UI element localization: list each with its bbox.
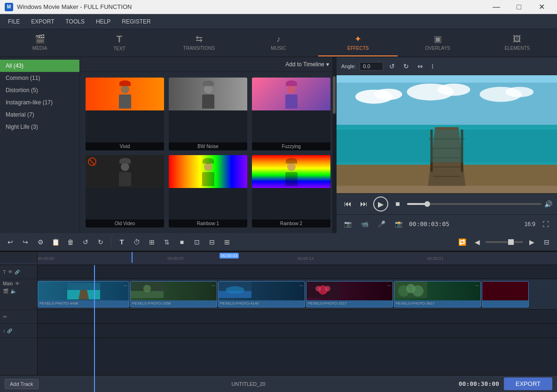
zoom-handle[interactable]	[508, 239, 514, 245]
video-record-button[interactable]: 📹	[358, 218, 371, 231]
effect-fuzzying[interactable]: Fuzzying	[252, 78, 330, 150]
rotate-ccw-button[interactable]: ↺	[79, 235, 92, 249]
delete-button[interactable]: 🗑	[64, 235, 77, 249]
clip-2-menu[interactable]: ···	[212, 283, 215, 288]
eye-icon[interactable]: 👁	[8, 269, 13, 274]
effects-scrollbar[interactable]	[332, 57, 336, 233]
sidebar-item-all[interactable]: All (43)	[0, 60, 79, 72]
tab-transitions[interactable]: ⇆ TRANSITIONS	[159, 29, 239, 56]
skip-to-start-button[interactable]: ⏮	[341, 197, 354, 211]
export-button[interactable]: EXPORT	[504, 377, 552, 390]
clip-5-menu[interactable]: ···	[475, 283, 479, 288]
rotate-cw-button[interactable]: ↻	[94, 235, 107, 249]
more-options-button[interactable]: ⁞	[429, 61, 436, 71]
timer-button[interactable]: ⏱	[130, 235, 143, 249]
fit-button[interactable]: ⊟	[540, 235, 553, 249]
tab-effects[interactable]: ✦ EFFECTS	[318, 29, 398, 56]
sidebar-item-nightlife[interactable]: Night Life (3)	[0, 121, 79, 133]
effect-vivid[interactable]: Vivid	[86, 78, 164, 150]
minimize-button[interactable]: —	[486, 0, 507, 14]
zoom-out-button[interactable]: ◀	[471, 235, 484, 249]
preview-toolbar: Angle: ↺ ↻ ⇔ ⁞	[337, 57, 557, 75]
stop-button[interactable]: ■	[391, 197, 404, 211]
tab-music[interactable]: ♪ MUSIC	[239, 29, 318, 56]
tab-elements[interactable]: 🖼 ELEMENTS	[478, 29, 557, 56]
crop-button[interactable]: ⊡	[190, 235, 204, 249]
progress-bar[interactable]	[407, 203, 541, 205]
audio-link-icon[interactable]: 🔗	[7, 329, 12, 333]
sidebar-item-common[interactable]: Common (11)	[0, 72, 79, 84]
step-back-button[interactable]: ⏭	[357, 197, 370, 211]
tab-media[interactable]: 🎬 MEDIA	[0, 29, 79, 56]
layout-button[interactable]: ⊞	[145, 235, 158, 249]
timeline-clip-5[interactable]: ··· PEXELS-PHOTO-3817	[394, 281, 481, 307]
effect-bwnoise[interactable]: BW Noise	[169, 78, 247, 150]
sidebar-item-instagram[interactable]: Instagram-like (17)	[0, 96, 79, 109]
effect-oldvideo[interactable]: Old Video	[86, 155, 164, 228]
clip-3-menu[interactable]: ···	[299, 283, 303, 288]
timeline-playhead[interactable]: 00:00:03	[132, 252, 133, 263]
effect-rainbow2[interactable]: Rainbow 2	[252, 155, 330, 228]
menu-file[interactable]: FILE	[2, 16, 25, 27]
sidebar-item-material[interactable]: Material (7)	[0, 109, 79, 121]
effect-rainbow1[interactable]: Rainbow 1	[169, 155, 247, 228]
clip-1-label: PEXELS-PHOTO-4496	[38, 300, 129, 306]
undo-button[interactable]: ↩	[4, 235, 17, 249]
properties-button[interactable]: ⚙	[34, 235, 47, 249]
clip-3-preview	[219, 282, 251, 298]
angle-input[interactable]	[360, 62, 383, 71]
video-track-icon: 🎬	[3, 289, 8, 294]
scrollbar-thumb[interactable]	[333, 76, 336, 114]
body	[119, 94, 131, 109]
redo-button[interactable]: ↪	[19, 235, 32, 249]
crop-square-button[interactable]: ■	[175, 235, 188, 249]
trim-button[interactable]: ⊟	[205, 235, 219, 249]
timeline-tracks: ··· PEXELS-PHOTO-4496 ···	[38, 265, 557, 392]
timeline-clip-2[interactable]: ··· PEXELS-PHOTO-1658	[130, 281, 217, 307]
link-icon[interactable]: 🔗	[15, 270, 20, 274]
camera-record-button[interactable]: 📷	[341, 218, 354, 231]
flip-horizontal-button[interactable]: ⇔	[415, 61, 425, 71]
person-figure	[116, 79, 134, 109]
audio-mute-icon[interactable]: 🔈	[10, 288, 17, 294]
zoom-slider[interactable]	[486, 241, 523, 243]
timeline-clip-1[interactable]: ··· PEXELS-PHOTO-4496	[38, 281, 129, 307]
menu-tools[interactable]: TOOLS	[60, 16, 90, 27]
maximize-button[interactable]: □	[508, 0, 530, 14]
close-button[interactable]: ✕	[531, 0, 552, 14]
text-tool-button[interactable]: T	[115, 235, 128, 249]
add-track-button[interactable]: Add Track	[5, 379, 39, 389]
timeline-clip-3[interactable]: ··· PEXELS-PHOTO-4140	[218, 281, 305, 307]
grid-button[interactable]: ⊞	[220, 235, 234, 249]
menu-register[interactable]: REGISTER	[116, 16, 156, 27]
body	[202, 172, 214, 186]
copy-button[interactable]: 📋	[49, 235, 62, 249]
rotate-left-button[interactable]: ↺	[387, 61, 397, 71]
add-to-timeline-button[interactable]: Add to Timeline ▾	[285, 61, 329, 68]
eye-icon-main[interactable]: 👁	[15, 281, 20, 286]
screenshot-button[interactable]: 📸	[392, 218, 405, 231]
track-label-arrow: ⇔	[0, 310, 37, 324]
progress-handle[interactable]	[424, 201, 430, 207]
rotate-right-button[interactable]: ↻	[401, 61, 411, 71]
effect-rainbow2-label: Rainbow 2	[252, 220, 330, 227]
clip-1-menu[interactable]: ···	[124, 283, 127, 288]
tab-effects-label: EFFECTS	[347, 46, 369, 51]
timeline-clip-4[interactable]: ··· PEXELS-PHOTO-1517	[306, 281, 393, 307]
tab-overlays[interactable]: ▣ OVERLAYS	[398, 29, 477, 56]
clip-4-menu[interactable]: ···	[387, 283, 391, 288]
clip-5-thumb	[394, 282, 480, 300]
preview-video	[337, 75, 557, 193]
menubar: FILE EXPORT TOOLS HELP REGISTER	[0, 14, 557, 29]
menu-help[interactable]: HELP	[90, 16, 116, 27]
tab-text[interactable]: T TEXT	[79, 29, 159, 56]
loop-button[interactable]: 🔁	[455, 235, 469, 249]
audio-record-button[interactable]: 🎤	[375, 218, 388, 231]
menu-export[interactable]: EXPORT	[25, 16, 60, 27]
play-button[interactable]: ▶	[373, 196, 388, 212]
fullscreen-button[interactable]: ⛶	[539, 218, 552, 231]
sidebar-item-distortion[interactable]: Distortion (5)	[0, 84, 79, 96]
position-button[interactable]: ⇅	[160, 235, 173, 249]
zoom-in-button[interactable]: ▶	[525, 235, 538, 249]
timeline-clip-6[interactable]	[482, 281, 529, 307]
